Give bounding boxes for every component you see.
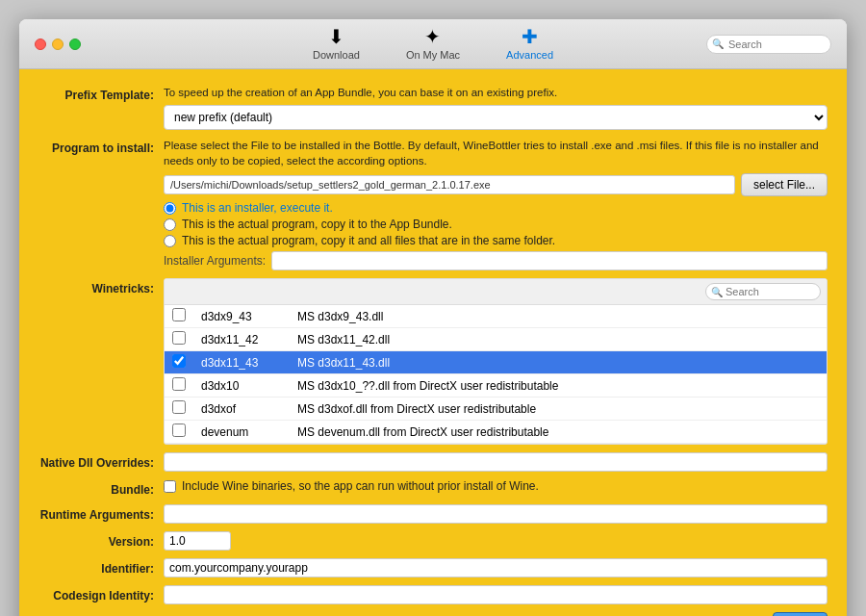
radio-copy-input[interactable] (164, 218, 176, 231)
prefix-template-select[interactable]: new prefix (default) (164, 105, 828, 130)
select-file-button[interactable]: select File... (741, 173, 828, 196)
on-my-mac-icon: ✦ (424, 27, 441, 46)
toolbar-download-label: Download (313, 49, 360, 61)
search-wrapper (706, 35, 831, 54)
toolbar: ⬇ Download ✦ On My Mac ✚ Advanced (305, 23, 561, 64)
silent-install-row: Silent install: Hides most dialogs. You … (38, 612, 828, 616)
codesign-row: Codesign Identity: (38, 585, 828, 604)
wt-id-d3dx9_43: d3dx9_43 (193, 305, 290, 328)
wt-row-d3dx11_43[interactable]: d3dx11_43 MS d3dx11_43.dll (165, 351, 827, 374)
wt-desc-d3dx11_42: MS d3dx11_42.dll (290, 328, 827, 351)
version-input[interactable] (164, 531, 231, 551)
radio-installer-label: This is an installer, execute it. (182, 201, 333, 215)
identifier-content (164, 558, 828, 578)
identifier-input[interactable] (164, 558, 828, 578)
runtime-args-row: Runtime Arguments: (38, 504, 828, 524)
silent-row: Hides most dialogs. You must have agreed… (164, 612, 828, 616)
winetricks-row: Winetricks: d3dx9_43 MS d3dx9_43. (38, 278, 828, 445)
minimize-button[interactable] (52, 38, 64, 50)
wt-desc-d3dxof: MS d3dxof.dll from DirectX user redistri… (290, 398, 827, 421)
close-button[interactable] (35, 38, 46, 50)
native-dll-input[interactable] (164, 452, 828, 472)
titlebar: ⬇ Download ✦ On My Mac ✚ Advanced (19, 19, 847, 69)
silent-install-content: Hides most dialogs. You must have agreed… (164, 612, 828, 616)
native-dll-row: Native Dll Overrides: (38, 452, 828, 472)
search-input[interactable] (706, 35, 831, 54)
toolbar-on-my-mac[interactable]: ✦ On My Mac (398, 23, 468, 64)
radio-copy-folder-input[interactable] (164, 235, 176, 247)
native-dll-content (164, 452, 828, 472)
prefix-template-row: Prefix Template: To speed up the creatio… (38, 85, 828, 130)
bundle-checkbox[interactable] (164, 480, 176, 493)
bundle-checkbox-label: Include Wine binaries, so the app can ru… (182, 479, 539, 493)
wt-row-d3dxof[interactable]: d3dxof MS d3dxof.dll from DirectX user r… (165, 398, 827, 421)
bundle-row: Bundle: Include Wine binaries, so the ap… (38, 479, 828, 497)
wt-check-d3dx10[interactable] (172, 377, 186, 391)
wt-check-d3dx9_43[interactable] (172, 308, 186, 321)
wt-search-wrapper (705, 283, 821, 300)
wt-row-d3dx9_43[interactable]: d3dx9_43 MS d3dx9_43.dll (165, 305, 827, 328)
wt-check-devenum[interactable] (172, 424, 186, 437)
toolbar-advanced-label: Advanced (506, 49, 553, 61)
wt-desc-d3dx9_43: MS d3dx9_43.dll (290, 305, 827, 328)
identifier-label: Identifier: (38, 558, 164, 576)
winetricks-table: d3dx9_43 MS d3dx9_43.dll d3dx11_42 MS d3… (165, 305, 827, 444)
wt-desc-devenum: MS devenum.dll from DirectX user redistr… (290, 421, 827, 444)
winetricks-section: d3dx9_43 MS d3dx9_43.dll d3dx11_42 MS d3… (164, 278, 828, 445)
wt-check-d3dx11_43[interactable] (172, 354, 186, 368)
prefix-template-label: Prefix Template: (38, 85, 164, 102)
zoom-button[interactable] (69, 38, 81, 50)
traffic-lights (35, 38, 81, 50)
wt-check-d3dxof[interactable] (172, 400, 186, 414)
radio-copy-folder: This is the actual program, copy it and … (164, 234, 828, 247)
program-install-label: Program to install: (38, 138, 164, 155)
identifier-row: Identifier: (38, 558, 828, 578)
wt-id-d3dx11_42: d3dx11_42 (193, 328, 290, 351)
app-window: ⬇ Download ✦ On My Mac ✚ Advanced Prefix… (19, 19, 847, 616)
wt-check-d3dx11_42[interactable] (172, 331, 186, 345)
program-install-row: Program to install: Please select the Fi… (38, 138, 828, 270)
winetricks-label: Winetricks: (38, 278, 164, 295)
installer-args-label: Installer Arguments: (164, 254, 266, 268)
wt-desc-d3dx10: MS d3dx10_??.dll from DirectX user redis… (290, 374, 827, 398)
wt-id-d3dxof: d3dxof (193, 398, 290, 421)
radio-copy-folder-label: This is the actual program, copy it and … (182, 234, 555, 247)
version-label: Version: (38, 531, 164, 549)
codesign-content (164, 585, 828, 604)
version-row: Version: (38, 531, 828, 551)
toolbar-advanced[interactable]: ✚ Advanced (498, 23, 561, 64)
winetricks-search-input[interactable] (705, 283, 821, 300)
installer-args-row: Installer Arguments: (164, 251, 828, 270)
native-dll-label: Native Dll Overrides: (38, 452, 164, 470)
codesign-input[interactable] (164, 585, 828, 604)
install-button[interactable]: Install (773, 612, 828, 616)
toolbar-download[interactable]: ⬇ Download (305, 23, 368, 64)
radio-installer-input[interactable] (164, 202, 176, 215)
wt-row-d3dx10[interactable]: d3dx10 MS d3dx10_??.dll from DirectX use… (165, 374, 827, 398)
codesign-label: Codesign Identity: (38, 585, 164, 603)
program-install-desc: Please select the File to be installed i… (164, 138, 828, 168)
wt-row-d3dx11_42[interactable]: d3dx11_42 MS d3dx11_42.dll (165, 328, 827, 351)
wt-id-devenum: devenum (193, 421, 290, 444)
wt-id-d3dx10: d3dx10 (193, 374, 290, 398)
runtime-args-label: Runtime Arguments: (38, 504, 164, 522)
bundle-content: Include Wine binaries, so the app can ru… (164, 479, 828, 493)
bundle-label: Bundle: (38, 479, 164, 497)
version-content (164, 531, 828, 551)
prefix-template-desc: To speed up the creation of an App Bundl… (164, 85, 828, 100)
download-icon: ⬇ (328, 27, 344, 46)
runtime-args-input[interactable] (164, 504, 828, 524)
wt-id-d3dx11_43: d3dx11_43 (193, 351, 290, 374)
wt-desc-d3dx11_43: MS d3dx11_43.dll (290, 351, 827, 374)
wt-row-devenum[interactable]: devenum MS devenum.dll from DirectX user… (165, 421, 827, 444)
main-content: Prefix Template: To speed up the creatio… (19, 69, 847, 616)
silent-install-label: Silent install: (38, 612, 164, 616)
prefix-template-content: To speed up the creation of an App Bundl… (164, 85, 828, 130)
installer-args-input[interactable] (271, 251, 828, 270)
advanced-icon: ✚ (522, 27, 538, 46)
radio-copy: This is the actual program, copy it to t… (164, 218, 828, 231)
file-row: select File... (164, 173, 828, 196)
file-path-input[interactable] (164, 175, 735, 194)
toolbar-on-my-mac-label: On My Mac (406, 49, 460, 61)
radio-installer: This is an installer, execute it. (164, 201, 828, 215)
